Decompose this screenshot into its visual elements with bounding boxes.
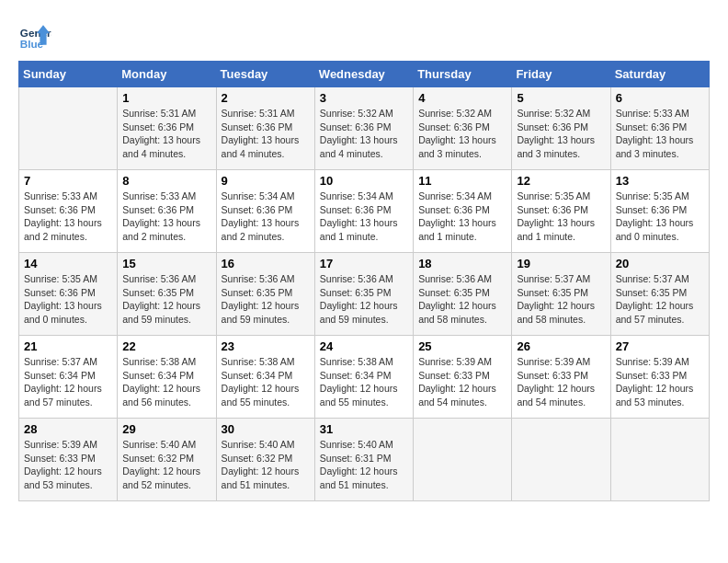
- day-number: 2: [222, 91, 310, 105]
- col-header-thursday: Thursday: [414, 62, 512, 87]
- calendar-cell: 23Sunrise: 5:38 AM Sunset: 6:34 PM Dayli…: [216, 336, 314, 419]
- day-detail: Sunrise: 5:36 AM Sunset: 6:35 PM Dayligh…: [418, 272, 506, 327]
- calendar-cell: 5Sunrise: 5:32 AM Sunset: 6:36 PM Daylig…: [512, 87, 610, 170]
- calendar-cell: 19Sunrise: 5:37 AM Sunset: 6:35 PM Dayli…: [512, 253, 610, 336]
- calendar-cell: 26Sunrise: 5:39 AM Sunset: 6:33 PM Dayli…: [512, 336, 610, 419]
- day-detail: Sunrise: 5:39 AM Sunset: 6:33 PM Dayligh…: [24, 438, 112, 492]
- week-row-3: 14Sunrise: 5:35 AM Sunset: 6:36 PM Dayli…: [19, 253, 710, 336]
- day-detail: Sunrise: 5:38 AM Sunset: 6:34 PM Dayligh…: [320, 355, 408, 409]
- calendar-cell: 2Sunrise: 5:31 AM Sunset: 6:36 PM Daylig…: [216, 87, 314, 170]
- calendar-cell: 7Sunrise: 5:33 AM Sunset: 6:36 PM Daylig…: [19, 170, 118, 253]
- day-number: 31: [320, 422, 408, 436]
- calendar-cell: 4Sunrise: 5:32 AM Sunset: 6:36 PM Daylig…: [414, 87, 512, 170]
- day-detail: Sunrise: 5:35 AM Sunset: 6:36 PM Dayligh…: [517, 190, 605, 244]
- calendar-cell: 22Sunrise: 5:38 AM Sunset: 6:34 PM Dayli…: [118, 336, 216, 419]
- calendar-cell: 28Sunrise: 5:39 AM Sunset: 6:33 PM Dayli…: [19, 419, 118, 501]
- day-number: 24: [320, 339, 408, 353]
- day-detail: Sunrise: 5:33 AM Sunset: 6:36 PM Dayligh…: [24, 190, 112, 244]
- calendar-cell: 14Sunrise: 5:35 AM Sunset: 6:36 PM Dayli…: [19, 253, 118, 336]
- day-number: 18: [418, 257, 506, 270]
- week-row-5: 28Sunrise: 5:39 AM Sunset: 6:33 PM Dayli…: [19, 419, 710, 501]
- calendar-cell: 29Sunrise: 5:40 AM Sunset: 6:32 PM Dayli…: [118, 419, 216, 501]
- col-header-wednesday: Wednesday: [314, 62, 413, 87]
- day-detail: Sunrise: 5:32 AM Sunset: 6:36 PM Dayligh…: [320, 107, 408, 161]
- calendar-cell: 25Sunrise: 5:39 AM Sunset: 6:33 PM Dayli…: [414, 336, 512, 419]
- calendar-cell: 3Sunrise: 5:32 AM Sunset: 6:36 PM Daylig…: [314, 87, 413, 170]
- logo: General Blue: [18, 18, 51, 52]
- calendar-cell: 8Sunrise: 5:33 AM Sunset: 6:36 PM Daylig…: [118, 170, 216, 253]
- day-number: 21: [24, 339, 112, 353]
- calendar-cell: 12Sunrise: 5:35 AM Sunset: 6:36 PM Dayli…: [512, 170, 610, 253]
- day-detail: Sunrise: 5:39 AM Sunset: 6:33 PM Dayligh…: [517, 355, 605, 409]
- calendar-cell: [414, 419, 512, 501]
- day-detail: Sunrise: 5:40 AM Sunset: 6:32 PM Dayligh…: [222, 438, 310, 492]
- day-detail: Sunrise: 5:32 AM Sunset: 6:36 PM Dayligh…: [517, 107, 605, 161]
- day-detail: Sunrise: 5:33 AM Sunset: 6:36 PM Dayligh…: [616, 107, 704, 161]
- day-number: 6: [616, 91, 704, 105]
- calendar-cell: 17Sunrise: 5:36 AM Sunset: 6:35 PM Dayli…: [314, 253, 413, 336]
- col-header-sunday: Sunday: [19, 62, 118, 87]
- header: General Blue: [18, 18, 710, 52]
- day-detail: Sunrise: 5:34 AM Sunset: 6:36 PM Dayligh…: [320, 190, 408, 244]
- day-number: 28: [24, 422, 112, 436]
- day-detail: Sunrise: 5:33 AM Sunset: 6:36 PM Dayligh…: [122, 190, 210, 244]
- calendar-cell: 6Sunrise: 5:33 AM Sunset: 6:36 PM Daylig…: [610, 87, 709, 170]
- day-detail: Sunrise: 5:32 AM Sunset: 6:36 PM Dayligh…: [418, 107, 506, 161]
- day-detail: Sunrise: 5:39 AM Sunset: 6:33 PM Dayligh…: [418, 355, 506, 409]
- day-detail: Sunrise: 5:34 AM Sunset: 6:36 PM Dayligh…: [222, 190, 310, 244]
- calendar-cell: 1Sunrise: 5:31 AM Sunset: 6:36 PM Daylig…: [118, 87, 216, 170]
- day-detail: Sunrise: 5:38 AM Sunset: 6:34 PM Dayligh…: [222, 355, 310, 409]
- day-detail: Sunrise: 5:37 AM Sunset: 6:34 PM Dayligh…: [24, 355, 112, 409]
- day-detail: Sunrise: 5:36 AM Sunset: 6:35 PM Dayligh…: [320, 272, 408, 327]
- logo-icon: General Blue: [18, 18, 51, 52]
- calendar-cell: 24Sunrise: 5:38 AM Sunset: 6:34 PM Dayli…: [314, 336, 413, 419]
- calendar-cell: 10Sunrise: 5:34 AM Sunset: 6:36 PM Dayli…: [314, 170, 413, 253]
- col-header-saturday: Saturday: [610, 62, 709, 87]
- calendar-cell: 9Sunrise: 5:34 AM Sunset: 6:36 PM Daylig…: [216, 170, 314, 253]
- day-detail: Sunrise: 5:31 AM Sunset: 6:36 PM Dayligh…: [222, 107, 310, 161]
- calendar-cell: 16Sunrise: 5:36 AM Sunset: 6:35 PM Dayli…: [216, 253, 314, 336]
- day-number: 13: [616, 174, 704, 188]
- day-number: 7: [24, 174, 112, 188]
- day-number: 11: [418, 174, 506, 188]
- day-number: 17: [320, 257, 408, 270]
- day-number: 8: [122, 174, 210, 188]
- calendar-cell: 30Sunrise: 5:40 AM Sunset: 6:32 PM Dayli…: [216, 419, 314, 501]
- calendar-cell: 15Sunrise: 5:36 AM Sunset: 6:35 PM Dayli…: [118, 253, 216, 336]
- day-detail: Sunrise: 5:34 AM Sunset: 6:36 PM Dayligh…: [418, 190, 506, 244]
- calendar-cell: 13Sunrise: 5:35 AM Sunset: 6:36 PM Dayli…: [610, 170, 709, 253]
- day-number: 14: [24, 257, 112, 270]
- day-number: 23: [222, 339, 310, 353]
- day-detail: Sunrise: 5:36 AM Sunset: 6:35 PM Dayligh…: [222, 272, 310, 327]
- calendar-cell: [19, 87, 118, 170]
- day-detail: Sunrise: 5:35 AM Sunset: 6:36 PM Dayligh…: [616, 190, 704, 244]
- day-detail: Sunrise: 5:40 AM Sunset: 6:31 PM Dayligh…: [320, 438, 408, 492]
- calendar-cell: 31Sunrise: 5:40 AM Sunset: 6:31 PM Dayli…: [314, 419, 413, 501]
- day-detail: Sunrise: 5:37 AM Sunset: 6:35 PM Dayligh…: [517, 272, 605, 327]
- day-number: 16: [222, 257, 310, 270]
- day-number: 15: [122, 257, 210, 270]
- day-number: 4: [418, 91, 506, 105]
- day-number: 27: [616, 339, 704, 353]
- week-row-2: 7Sunrise: 5:33 AM Sunset: 6:36 PM Daylig…: [19, 170, 710, 253]
- day-number: 5: [517, 91, 605, 105]
- day-detail: Sunrise: 5:39 AM Sunset: 6:33 PM Dayligh…: [616, 355, 704, 409]
- calendar-cell: [610, 419, 709, 501]
- day-number: 1: [122, 91, 210, 105]
- day-number: 19: [517, 257, 605, 270]
- day-number: 30: [222, 422, 310, 436]
- day-number: 9: [222, 174, 310, 188]
- day-number: 10: [320, 174, 408, 188]
- day-number: 29: [122, 422, 210, 436]
- day-number: 12: [517, 174, 605, 188]
- col-header-friday: Friday: [512, 62, 610, 87]
- day-number: 25: [418, 339, 506, 353]
- day-number: 3: [320, 91, 408, 105]
- calendar-cell: 20Sunrise: 5:37 AM Sunset: 6:35 PM Dayli…: [610, 253, 709, 336]
- day-detail: Sunrise: 5:37 AM Sunset: 6:35 PM Dayligh…: [616, 272, 704, 327]
- calendar-cell: 11Sunrise: 5:34 AM Sunset: 6:36 PM Dayli…: [414, 170, 512, 253]
- calendar-cell: 27Sunrise: 5:39 AM Sunset: 6:33 PM Dayli…: [610, 336, 709, 419]
- col-header-monday: Monday: [118, 62, 216, 87]
- calendar-table: SundayMondayTuesdayWednesdayThursdayFrid…: [18, 61, 710, 501]
- calendar-cell: 18Sunrise: 5:36 AM Sunset: 6:35 PM Dayli…: [414, 253, 512, 336]
